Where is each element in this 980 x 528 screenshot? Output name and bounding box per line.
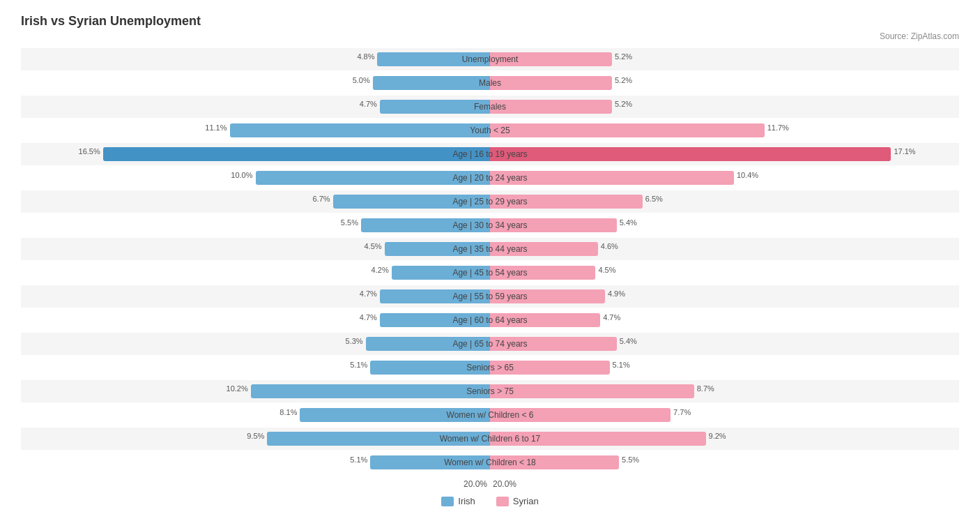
syrian-value: 4.9% [608, 289, 625, 298]
axis-row: 20.0% 20.0% [21, 479, 959, 489]
axis-left: 20.0% [21, 479, 490, 489]
syrian-bar: 10.4% [490, 171, 734, 185]
right-section: 4.6% [490, 238, 959, 260]
irish-bar: 4.7% [380, 289, 490, 303]
chart-row: 4.7%Age | 60 to 64 years4.7% [21, 309, 959, 331]
syrian-value: 6.5% [645, 195, 663, 203]
syrian-value: 5.2% [615, 52, 632, 61]
left-section: 4.7% [21, 309, 490, 331]
irish-bar: 6.7% [333, 195, 490, 209]
irish-value: 4.5% [365, 242, 382, 250]
irish-bar: 5.1% [370, 361, 490, 375]
irish-value: 10.0% [231, 171, 252, 179]
left-section: 9.5% [21, 428, 490, 450]
chart-wrapper: 4.8%Unemployment5.2%5.0%Males5.2%4.7%Fem… [21, 48, 959, 474]
chart-row: 4.8%Unemployment5.2% [21, 48, 959, 70]
chart-row: 9.5%Women w/ Children 6 to 179.2% [21, 428, 959, 450]
left-section: 5.1% [21, 451, 490, 474]
right-section: 5.2% [490, 72, 959, 94]
irish-label: Irish [458, 496, 475, 506]
left-section: 5.1% [21, 356, 490, 379]
left-section: 10.2% [21, 380, 490, 402]
right-section: 4.7% [490, 309, 959, 331]
syrian-value: 5.4% [620, 337, 637, 345]
syrian-bar: 4.5% [490, 266, 595, 280]
syrian-bar: 17.1% [490, 147, 891, 161]
syrian-bar: 9.2% [490, 432, 706, 446]
chart-row: 5.3%Age | 65 to 74 years5.4% [21, 333, 959, 355]
irish-value: 9.5% [247, 432, 264, 440]
irish-bar: 9.5% [267, 432, 490, 446]
irish-bar: 4.5% [385, 242, 490, 256]
right-section: 5.1% [490, 356, 959, 379]
irish-value: 5.0% [353, 76, 370, 84]
irish-value: 8.1% [280, 408, 297, 416]
chart-row: 5.1%Women w/ Children < 185.5% [21, 451, 959, 474]
source-label: Source: ZipAtlas.com [21, 31, 959, 41]
syrian-bar: 7.7% [490, 408, 671, 422]
syrian-value: 5.5% [622, 455, 639, 464]
irish-value: 16.5% [79, 147, 100, 156]
right-section: 6.5% [490, 190, 959, 213]
left-section: 16.5% [21, 143, 490, 165]
syrian-bar: 5.1% [490, 361, 610, 375]
right-section: 11.7% [490, 119, 959, 142]
legend: Irish Syrian [21, 496, 959, 506]
left-section: 4.5% [21, 238, 490, 260]
irish-bar: 4.2% [392, 266, 490, 280]
right-section: 9.2% [490, 428, 959, 450]
right-section: 4.5% [490, 262, 959, 284]
syrian-bar: 8.7% [490, 384, 694, 398]
syrian-bar: 5.2% [490, 76, 612, 90]
irish-value: 5.1% [350, 455, 367, 464]
irish-bar: 4.7% [380, 100, 490, 114]
irish-bar: 16.5% [103, 147, 490, 161]
chart-row: 8.1%Women w/ Children < 67.7% [21, 404, 959, 426]
chart-row: 4.2%Age | 45 to 54 years4.5% [21, 262, 959, 284]
left-section: 6.7% [21, 190, 490, 213]
right-section: 4.9% [490, 285, 959, 308]
syrian-value: 5.2% [615, 100, 632, 108]
syrian-bar: 6.5% [490, 195, 643, 209]
right-section: 5.5% [490, 451, 959, 474]
irish-bar: 5.5% [361, 218, 490, 232]
irish-value: 4.7% [360, 100, 377, 108]
right-section: 7.7% [490, 404, 959, 426]
right-section: 5.2% [490, 96, 959, 118]
irish-value: 11.1% [205, 123, 227, 132]
irish-color-box [441, 497, 454, 506]
left-section: 4.7% [21, 285, 490, 308]
irish-value: 5.5% [341, 218, 358, 227]
syrian-label: Syrian [513, 496, 539, 506]
irish-value: 10.2% [227, 384, 248, 393]
irish-bar: 8.1% [300, 408, 490, 422]
syrian-bar: 5.2% [490, 52, 612, 66]
right-section: 5.4% [490, 214, 959, 236]
left-section: 10.0% [21, 167, 490, 189]
left-section: 4.8% [21, 48, 490, 70]
left-section: 5.0% [21, 72, 490, 94]
irish-value: 4.2% [372, 266, 389, 274]
left-section: 5.3% [21, 333, 490, 355]
irish-bar: 5.3% [366, 337, 490, 351]
syrian-bar: 5.4% [490, 218, 617, 232]
irish-bar: 4.8% [377, 52, 490, 66]
right-section: 10.4% [490, 167, 959, 189]
chart-row: 4.7%Age | 55 to 59 years4.9% [21, 285, 959, 308]
syrian-value: 4.5% [598, 266, 615, 274]
chart-row: 4.5%Age | 35 to 44 years4.6% [21, 238, 959, 260]
chart-row: 10.0%Age | 20 to 24 years10.4% [21, 167, 959, 189]
syrian-value: 5.1% [613, 361, 630, 369]
left-section: 4.7% [21, 96, 490, 118]
syrian-bar: 5.2% [490, 100, 612, 114]
syrian-value: 17.1% [894, 147, 915, 156]
syrian-value: 9.2% [709, 432, 726, 440]
left-section: 5.5% [21, 214, 490, 236]
irish-value: 5.3% [346, 337, 363, 345]
chart-row: 16.5%Age | 16 to 19 years17.1% [21, 143, 959, 165]
left-section: 4.2% [21, 262, 490, 284]
syrian-value: 5.2% [615, 76, 632, 84]
irish-value: 4.8% [357, 52, 374, 61]
irish-bar: 5.0% [373, 76, 490, 90]
irish-bar: 10.0% [256, 171, 491, 185]
